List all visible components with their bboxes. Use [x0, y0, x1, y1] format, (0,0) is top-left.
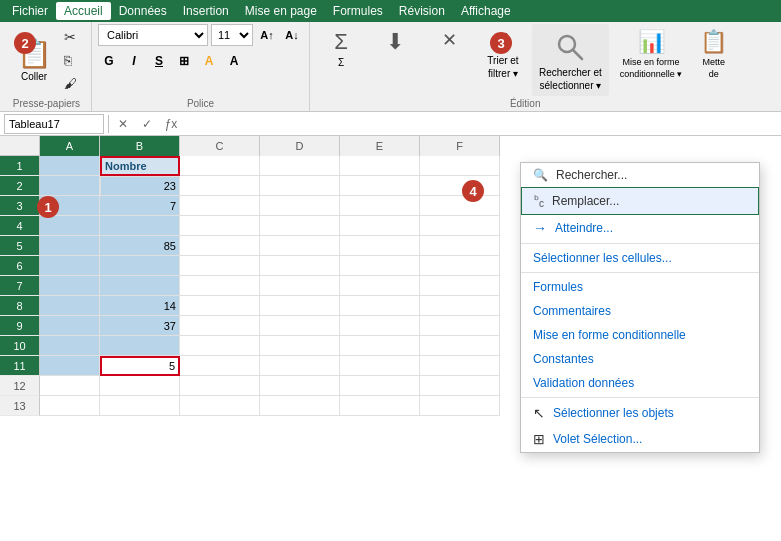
cell-e6[interactable]	[340, 256, 420, 276]
menu-insertion[interactable]: Insertion	[175, 2, 237, 20]
dropdown-volet-selection[interactable]: ⊞ Volet Sélection...	[521, 426, 759, 452]
menu-affichage[interactable]: Affichage	[453, 2, 519, 20]
cell-f1[interactable]	[420, 156, 500, 176]
cell-c9[interactable]	[180, 316, 260, 336]
cell-e2[interactable]	[340, 176, 420, 196]
menu-fichier[interactable]: Fichier	[4, 2, 56, 20]
coller-format-button[interactable]: 🖌	[59, 73, 82, 94]
dropdown-selectionner-objets[interactable]: ↖ Sélectionner les objets	[521, 400, 759, 426]
cell-b2[interactable]: 23	[100, 176, 180, 196]
cell-d2[interactable]	[260, 176, 340, 196]
cell-a4[interactable]	[40, 216, 100, 236]
cell-d11[interactable]	[260, 356, 340, 376]
cell-a8[interactable]	[40, 296, 100, 316]
cell-f5[interactable]	[420, 236, 500, 256]
formula-confirm-button[interactable]: ✓	[137, 114, 157, 134]
col-header-d[interactable]: D	[260, 136, 340, 156]
cell-f6[interactable]	[420, 256, 500, 276]
remplissage-button[interactable]: ⬇	[370, 24, 420, 60]
cell-b12[interactable]	[100, 376, 180, 396]
formula-cancel-button[interactable]: ✕	[113, 114, 133, 134]
cell-b10[interactable]	[100, 336, 180, 356]
dropdown-commentaires[interactable]: Commentaires	[521, 299, 759, 323]
font-grow-button[interactable]: A↑	[256, 24, 278, 46]
cell-f10[interactable]	[420, 336, 500, 356]
cell-b8[interactable]: 14	[100, 296, 180, 316]
cell-f11[interactable]	[420, 356, 500, 376]
somme-button[interactable]: Σ Σ	[316, 24, 366, 73]
cell-a7[interactable]	[40, 276, 100, 296]
underline-button[interactable]: S	[148, 50, 170, 72]
cell-d5[interactable]	[260, 236, 340, 256]
cell-e10[interactable]	[340, 336, 420, 356]
cell-d1[interactable]	[260, 156, 340, 176]
cell-b7[interactable]	[100, 276, 180, 296]
couper-button[interactable]: ✂	[59, 26, 82, 48]
cell-d8[interactable]	[260, 296, 340, 316]
cell-b6[interactable]	[100, 256, 180, 276]
font-size-select[interactable]: 11	[211, 24, 253, 46]
cell-c11[interactable]	[180, 356, 260, 376]
font-family-select[interactable]: Calibri	[98, 24, 208, 46]
cell-e7[interactable]	[340, 276, 420, 296]
dropdown-mise-en-forme-cond[interactable]: Mise en forme conditionnelle	[521, 323, 759, 347]
cell-e9[interactable]	[340, 316, 420, 336]
menu-mise-en-page[interactable]: Mise en page	[237, 2, 325, 20]
dropdown-remplacer[interactable]: ᵇc Remplacer...	[521, 187, 759, 215]
cell-f9[interactable]	[420, 316, 500, 336]
cell-f7[interactable]	[420, 276, 500, 296]
cell-c13[interactable]	[180, 396, 260, 416]
cell-b1[interactable]: Nombre	[100, 156, 180, 176]
fill-color-button[interactable]: A	[198, 50, 220, 72]
cell-b5[interactable]: 85	[100, 236, 180, 256]
cell-e8[interactable]	[340, 296, 420, 316]
formula-input[interactable]	[185, 114, 777, 134]
cell-d4[interactable]	[260, 216, 340, 236]
mettre-tableau-button[interactable]: 📋 Mette de	[693, 24, 734, 84]
cell-c3[interactable]	[180, 196, 260, 216]
dropdown-constantes[interactable]: Constantes	[521, 347, 759, 371]
col-header-c[interactable]: C	[180, 136, 260, 156]
cell-c7[interactable]	[180, 276, 260, 296]
col-header-a[interactable]: A	[40, 136, 100, 156]
cell-e3[interactable]	[340, 196, 420, 216]
dropdown-rechercher[interactable]: 🔍 Rechercher...	[521, 163, 759, 187]
cell-a11[interactable]	[40, 356, 100, 376]
cell-c12[interactable]	[180, 376, 260, 396]
font-shrink-button[interactable]: A↓	[281, 24, 303, 46]
menu-donnees[interactable]: Données	[111, 2, 175, 20]
cell-d12[interactable]	[260, 376, 340, 396]
border-button[interactable]: ⊞	[173, 50, 195, 72]
col-header-e[interactable]: E	[340, 136, 420, 156]
cell-c5[interactable]	[180, 236, 260, 256]
cell-a5[interactable]	[40, 236, 100, 256]
cell-b9[interactable]: 37	[100, 316, 180, 336]
cell-a12[interactable]	[40, 376, 100, 396]
name-box[interactable]	[4, 114, 104, 134]
cell-a9[interactable]	[40, 316, 100, 336]
dropdown-selectionner-cellules[interactable]: Sélectionner les cellules...	[521, 246, 759, 270]
cell-c8[interactable]	[180, 296, 260, 316]
menu-accueil[interactable]: Accueil	[56, 2, 111, 20]
cell-f12[interactable]	[420, 376, 500, 396]
col-header-b[interactable]: B	[100, 136, 180, 156]
cell-d7[interactable]	[260, 276, 340, 296]
cell-c1[interactable]	[180, 156, 260, 176]
rechercher-selectionner-button[interactable]: Rechercher et sélectionner ▾	[532, 24, 609, 96]
cell-c2[interactable]	[180, 176, 260, 196]
cell-d9[interactable]	[260, 316, 340, 336]
col-header-f[interactable]: F	[420, 136, 500, 156]
cell-f13[interactable]	[420, 396, 500, 416]
dropdown-atteindre[interactable]: → Atteindre...	[521, 215, 759, 241]
dropdown-formules[interactable]: Formules	[521, 275, 759, 299]
cell-a10[interactable]	[40, 336, 100, 356]
cell-b4[interactable]	[100, 216, 180, 236]
cell-d13[interactable]	[260, 396, 340, 416]
cell-e13[interactable]	[340, 396, 420, 416]
cell-c6[interactable]	[180, 256, 260, 276]
cell-d3[interactable]	[260, 196, 340, 216]
effacer-button[interactable]: ✕	[424, 24, 474, 56]
cell-a2[interactable]	[40, 176, 100, 196]
cell-a13[interactable]	[40, 396, 100, 416]
cell-d10[interactable]	[260, 336, 340, 356]
